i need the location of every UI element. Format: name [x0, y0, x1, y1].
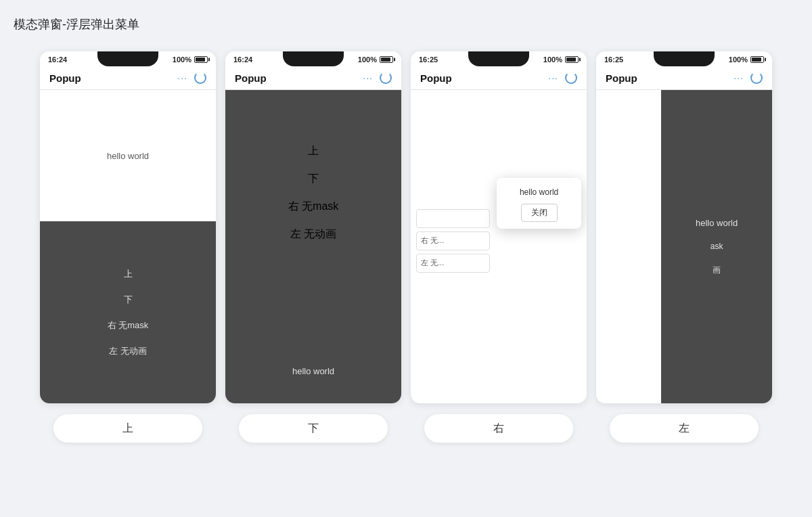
phone-1: 16:24 100% Popup ··· hello world [40, 51, 216, 403]
phone-wrapper-1: 16:24 100% Popup ··· hello world [40, 51, 216, 443]
phone-4: 16:25 100% Popup ··· hello world [596, 51, 772, 403]
content-top-1: hello world [40, 90, 216, 221]
bottom-btn-1[interactable]: 上 [53, 414, 202, 443]
nav-title-3: Popup [420, 72, 452, 84]
status-right-1: 100% [173, 55, 208, 64]
hello-bottom-2: hello world [292, 366, 334, 376]
notch-4 [654, 51, 715, 66]
nav-icons-2: ··· [363, 72, 392, 84]
refresh-icon-1[interactable] [194, 72, 206, 84]
menu-partial-4-0[interactable]: ask [710, 242, 723, 251]
status-right-2: 100% [358, 55, 393, 64]
nav-title-1: Popup [49, 72, 81, 84]
nav-bar-3: Popup ··· [411, 66, 587, 90]
bottom-btn-3[interactable]: 右 [424, 414, 573, 443]
dots-icon-1[interactable]: ··· [177, 72, 187, 83]
dots-icon-4[interactable]: ··· [734, 72, 744, 83]
menu-item-2-3[interactable]: 左 无动画 [290, 227, 336, 242]
dots-icon-3[interactable]: ··· [548, 72, 558, 83]
phone-content-1: hello world 上 下 右 无mask 左 无动画 [40, 90, 216, 403]
menu-item-1-2[interactable]: 右 无mask [108, 319, 149, 332]
menu-item-2-2[interactable]: 右 无mask [288, 200, 339, 214]
dots-icon-2[interactable]: ··· [363, 72, 373, 83]
menu-list-item-3-1[interactable]: 右 无... [416, 231, 490, 250]
battery-icon-2 [380, 56, 393, 63]
dark-panel-4: hello world ask 画 [661, 90, 772, 403]
menu-item-2-0[interactable]: 上 [308, 144, 319, 158]
status-bar-3: 16:25 100% [411, 51, 587, 66]
phone-wrapper-2: 16:24 100% Popup ··· 上 [225, 51, 401, 443]
notch-1 [97, 51, 158, 66]
modal-hello-3: hello world [520, 187, 558, 197]
menu-list-item-3-0[interactable] [416, 209, 490, 228]
nav-bar-2: Popup ··· [225, 66, 401, 90]
hello-center-4: hello world [696, 218, 738, 228]
status-right-3: 100% [543, 55, 579, 64]
battery-icon-1 [194, 56, 208, 63]
battery-icon-4 [750, 56, 764, 63]
refresh-icon-2[interactable] [380, 72, 392, 84]
status-right-4: 100% [729, 55, 764, 64]
refresh-icon-3[interactable] [565, 72, 577, 84]
status-bar-2: 16:24 100% [225, 51, 401, 66]
content-left-4 [596, 90, 663, 403]
phones-row: 16:24 100% Popup ··· hello world [14, 51, 798, 443]
nav-icons-3: ··· [548, 72, 577, 84]
modal-close-btn-3[interactable]: 关闭 [521, 204, 558, 222]
bottom-btn-4[interactable]: 左 [610, 414, 759, 443]
menu-item-1-3[interactable]: 左 无动画 [109, 345, 147, 357]
refresh-icon-4[interactable] [750, 72, 763, 84]
phone-2: 16:24 100% Popup ··· 上 [225, 51, 401, 403]
menu-list-3: 右 无... 左 无... [416, 209, 490, 273]
menu-partial-4-1[interactable]: 画 [713, 265, 721, 276]
time-2: 16:24 [233, 55, 252, 64]
hello-text-1: hello world [107, 151, 149, 161]
nav-icons-1: ··· [177, 72, 206, 84]
nav-bar-1: Popup ··· [40, 66, 216, 90]
battery-icon-3 [565, 56, 579, 63]
time-3: 16:25 [419, 55, 438, 64]
notch-2 [283, 51, 344, 66]
time-1: 16:24 [48, 55, 67, 64]
battery-text-3: 100% [543, 55, 562, 64]
menu-item-1-1[interactable]: 下 [124, 294, 133, 306]
phone-content-3: 右 无... 左 无... hello world 关闭 [411, 90, 587, 403]
nav-title-4: Popup [606, 72, 637, 84]
phone-wrapper-3: 16:25 100% Popup ··· [411, 51, 587, 443]
nav-title-2: Popup [235, 72, 267, 84]
phone-content-4: hello world ask 画 [596, 90, 772, 403]
phone-3: 16:25 100% Popup ··· [411, 51, 587, 403]
status-bar-1: 16:24 100% [40, 51, 216, 66]
page-title: 模态弹窗-浮层弹出菜单 [14, 16, 798, 32]
notch-3 [468, 51, 529, 66]
menu-item-2-1[interactable]: 下 [308, 172, 319, 186]
menu-items-2: 上 下 右 无mask 左 无动画 [288, 144, 339, 242]
battery-text-4: 100% [729, 55, 748, 64]
menu-list-item-3-2[interactable]: 左 无... [416, 254, 490, 273]
phone-wrapper-4: 16:25 100% Popup ··· hello world [596, 51, 772, 443]
status-bar-4: 16:25 100% [596, 51, 772, 66]
time-4: 16:25 [604, 55, 623, 64]
dark-panel-2: 上 下 右 无mask 左 无动画 hello world [225, 90, 401, 403]
modal-box-3: hello world 关闭 [497, 178, 581, 229]
nav-bar-4: Popup ··· [596, 66, 772, 90]
nav-icons-4: ··· [734, 72, 763, 84]
dark-panel-1: 上 下 右 无mask 左 无动画 [40, 221, 216, 403]
battery-text-1: 100% [173, 55, 191, 64]
menu-item-1-0[interactable]: 上 [124, 268, 133, 280]
battery-text-2: 100% [358, 55, 377, 64]
phone-content-2: 上 下 右 无mask 左 无动画 hello world [225, 90, 401, 403]
bottom-btn-2[interactable]: 下 [239, 414, 388, 443]
